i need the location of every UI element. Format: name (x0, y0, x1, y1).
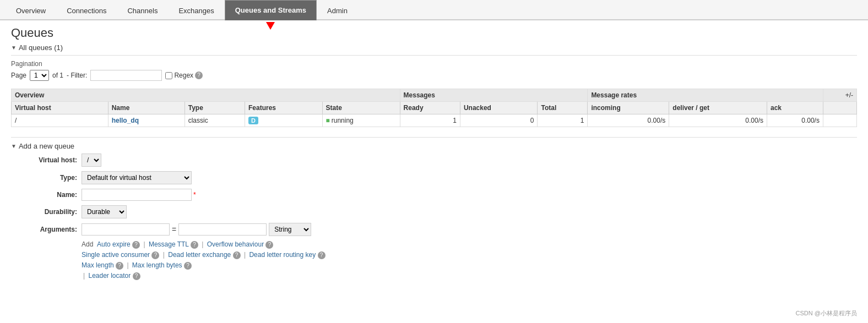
leader-locator-link[interactable]: Leader locator (88, 272, 131, 280)
max-length-bytes-help[interactable]: ? (184, 262, 192, 270)
type-select[interactable]: Default for virtual host (82, 171, 192, 184)
add-queue-label: Add a new queue (19, 142, 74, 150)
args-equals: = (172, 225, 176, 234)
max-length-help[interactable]: ? (116, 262, 123, 270)
queue-table: Overview Messages Message rates +/- Virt… (11, 89, 857, 127)
all-queues-label: All queues (1) (19, 43, 63, 52)
divider-1 (11, 55, 857, 56)
add-collapse-arrow: ▼ (11, 143, 17, 149)
message-ttl-link[interactable]: Message TTL (149, 240, 189, 248)
add-links-2: Single active consumer ? | Dead letter e… (82, 251, 857, 259)
virtual-host-select[interactable]: / (82, 154, 101, 167)
col-total: Total (538, 102, 588, 114)
name-input[interactable] (82, 189, 192, 201)
plus-minus-button[interactable]: +/- (823, 89, 856, 102)
table-row: /hello_dqclassicDrunning1010.00/s0.00/s0… (12, 114, 857, 127)
filter-input[interactable] (90, 70, 162, 81)
arg-type-select[interactable]: String Number Boolean (269, 223, 311, 236)
messages-section-header: Messages (400, 89, 588, 102)
regex-help-badge[interactable]: ? (195, 72, 203, 79)
add-links-4: | Leader locator ? (82, 272, 857, 280)
col-ack: ack (767, 102, 823, 114)
nav-connections[interactable]: Connections (56, 1, 117, 20)
overflow-behaviour-help[interactable]: ? (265, 241, 273, 249)
col-features: Features (245, 102, 322, 114)
col-deliver-get: deliver / get (669, 102, 767, 114)
message-rates-section-header: Message rates (588, 89, 823, 102)
row-type: classic (185, 114, 245, 127)
overflow-behaviour-link[interactable]: Overflow behaviour (207, 240, 264, 248)
page-label: Page (11, 72, 26, 79)
regex-checkbox[interactable] (165, 72, 172, 79)
type-badge: D (248, 117, 258, 124)
sep4: | (244, 251, 246, 259)
nav-admin[interactable]: Admin (317, 1, 358, 20)
queue-name-link[interactable]: hello_dq (112, 117, 139, 124)
row-ready: 1 (400, 114, 460, 127)
nav-channels[interactable]: Channels (117, 1, 168, 20)
nav-queues-streams[interactable]: Queues and Streams (225, 0, 317, 20)
col-unacked: Unacked (460, 102, 538, 114)
name-label: Name: (11, 191, 77, 199)
max-length-link[interactable]: Max length (82, 261, 114, 269)
collapse-arrow: ▼ (11, 45, 17, 51)
add-links-3: Max length ? | Max length bytes ? (82, 261, 857, 270)
add-queue-section: ▼ Add a new queue Virtual host: / Type: … (11, 142, 857, 280)
regex-label-text: Regex (174, 72, 193, 79)
args-inputs: = String Number Boolean (82, 223, 311, 236)
auto-expire-link[interactable]: Auto expire (97, 240, 131, 248)
nav-overview[interactable]: Overview (6, 1, 56, 20)
regex-checkbox-label: Regex ? (165, 72, 203, 79)
durability-select[interactable]: Durable Transient (82, 205, 127, 218)
filter-label: - Filter: (67, 72, 87, 79)
col-incoming: incoming (588, 102, 669, 114)
sep2: | (202, 240, 203, 248)
type-row: Type: Default for virtual host (11, 171, 857, 184)
row-total: 1 (538, 114, 588, 127)
overview-section-header: Overview (12, 89, 400, 102)
add-links: Add Auto expire ? | Message TTL ? | Over… (82, 240, 857, 249)
all-queues-section-header[interactable]: ▼ All queues (1) (11, 43, 857, 52)
dead-letter-exchange-link[interactable]: Dead letter exchange (168, 251, 231, 259)
divider-2 (11, 137, 857, 138)
name-required-star: * (193, 191, 196, 199)
virtual-host-row: Virtual host: / (11, 154, 857, 167)
single-active-consumer-link[interactable]: Single active consumer (82, 251, 150, 259)
col-ready: Ready (400, 102, 460, 114)
type-label: Type: (11, 174, 77, 182)
dead-letter-exchange-help[interactable]: ? (233, 251, 241, 259)
of-label: of 1 (52, 72, 63, 79)
sep3: | (163, 251, 165, 259)
name-row: Name: * (11, 189, 857, 201)
row-name: hello_dq (108, 114, 185, 127)
page-title: Queues (11, 26, 857, 40)
nav-bar: Overview Connections Channels Exchanges … (0, 0, 868, 20)
dead-letter-routing-key-link[interactable]: Dead letter routing key (249, 251, 316, 259)
arguments-row: Arguments: = String Number Boolean (11, 223, 857, 236)
row-vhost: / (12, 114, 109, 127)
row-extra (823, 114, 856, 127)
add-label: Add (82, 240, 93, 248)
max-length-bytes-link[interactable]: Max length bytes (132, 261, 182, 269)
row-incoming: 0.00/s (588, 114, 669, 127)
pagination-label: Pagination (11, 60, 857, 68)
single-active-consumer-help[interactable]: ? (151, 251, 159, 259)
row-features: D (245, 114, 322, 127)
arg-value-input[interactable] (178, 223, 267, 236)
message-ttl-help[interactable]: ? (191, 241, 198, 249)
main-content: Queues ▼ All queues (1) Pagination Page … (0, 20, 868, 286)
row-ack: 0.00/s (767, 114, 823, 127)
durability-label: Durability: (11, 208, 77, 216)
sep5: | (127, 261, 128, 269)
pagination-row: Page 1 of 1 - Filter: Regex ? (11, 70, 857, 81)
nav-exchanges[interactable]: Exchanges (168, 1, 224, 20)
durability-row: Durability: Durable Transient (11, 205, 857, 218)
arg-key-input[interactable] (82, 223, 170, 236)
page-select[interactable]: 1 (30, 70, 49, 81)
leader-locator-help[interactable]: ? (133, 272, 140, 280)
auto-expire-help[interactable]: ? (132, 241, 140, 249)
col-state: State (322, 102, 400, 114)
add-queue-section-header[interactable]: ▼ Add a new queue (11, 142, 857, 150)
dead-letter-routing-key-help[interactable]: ? (318, 251, 326, 259)
col-virtual-host: Virtual host (12, 102, 109, 114)
